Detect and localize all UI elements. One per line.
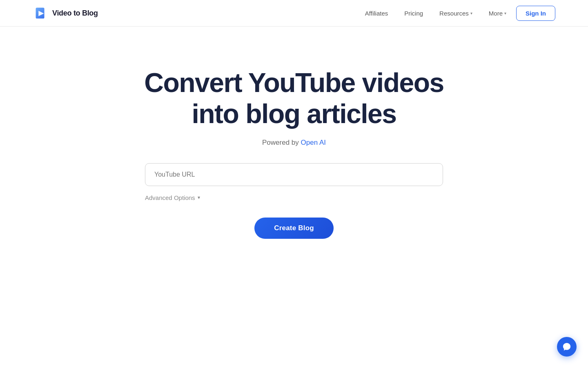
chat-bubble-button[interactable]	[557, 337, 577, 357]
powered-by-text: Powered by Open AI	[262, 139, 326, 147]
advanced-options-toggle[interactable]: Advanced Options ▾	[145, 194, 443, 201]
sign-in-button[interactable]: Sign In	[516, 6, 555, 21]
resources-chevron-icon: ▾	[470, 11, 472, 16]
nav-link-more[interactable]: More ▾	[482, 7, 513, 20]
advanced-options-chevron-icon: ▾	[198, 195, 200, 200]
main-content: Convert YouTube videos into blog article…	[0, 27, 588, 239]
nav-brand[interactable]: Video to Blog	[33, 5, 98, 21]
openai-brand: Open AI	[301, 139, 326, 146]
chat-icon	[562, 342, 571, 351]
navbar: Video to Blog Affiliates Pricing Resourc…	[0, 0, 588, 27]
logo-icon	[33, 5, 48, 21]
create-blog-button[interactable]: Create Blog	[254, 218, 334, 239]
nav-link-resources[interactable]: Resources ▾	[433, 7, 479, 20]
more-chevron-icon: ▾	[504, 11, 506, 16]
nav-link-affiliates[interactable]: Affiliates	[359, 7, 394, 20]
brand-name: Video to Blog	[52, 9, 98, 18]
nav-link-pricing[interactable]: Pricing	[398, 7, 430, 20]
url-input-container	[145, 163, 443, 186]
youtube-url-input[interactable]	[145, 163, 443, 186]
hero-title: Convert YouTube videos into blog article…	[135, 67, 453, 130]
nav-links: Affiliates Pricing Resources ▾ More ▾ Si…	[359, 6, 555, 21]
